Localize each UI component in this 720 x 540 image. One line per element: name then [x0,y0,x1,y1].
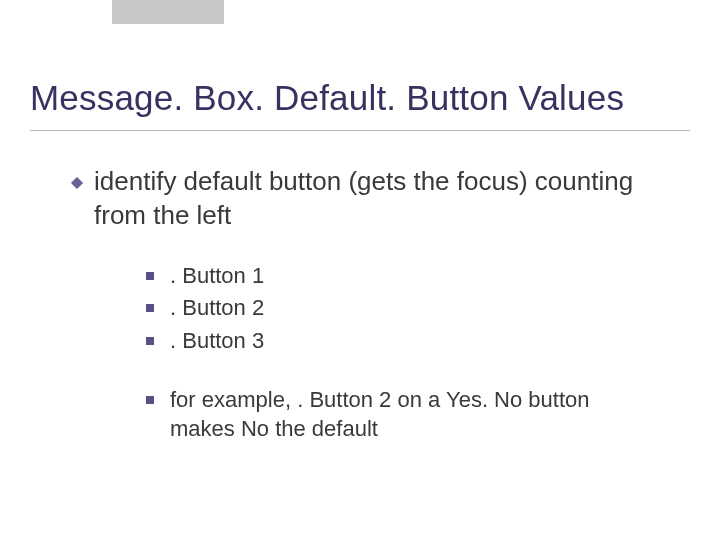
slide: Message. Box. Default. Button Values ide… [0,0,720,540]
square-bullet-icon [146,396,154,404]
square-bullet-icon [146,337,154,345]
main-bullet-text: identify default button (gets the focus)… [94,165,660,233]
slide-body: identify default button (gets the focus)… [30,165,690,447]
example-item: for example, . Button 2 on a Yes. No but… [146,385,650,444]
list-item-text: . Button 1 [170,261,264,291]
list-item: . Button 2 [146,293,650,323]
slide-title: Message. Box. Default. Button Values [30,78,700,118]
list-item-text: . Button 2 [170,293,264,323]
list-item: . Button 1 [146,261,650,291]
square-bullet-icon [146,304,154,312]
title-area: Message. Box. Default. Button Values [30,78,700,118]
list-item-text: . Button 3 [170,326,264,356]
spacer [146,359,690,385]
square-bullet-icon [146,272,154,280]
main-bullet: identify default button (gets the focus)… [70,165,660,233]
sub-bullet-list: . Button 1 . Button 2 . Button 3 for exa… [146,261,690,444]
example-text: for example, . Button 2 on a Yes. No but… [170,385,650,444]
title-underline [30,130,690,131]
list-item: . Button 3 [146,326,650,356]
diamond-bullet-icon [70,176,84,190]
svg-rect-0 [71,177,82,188]
decorative-grey-block [112,0,224,24]
